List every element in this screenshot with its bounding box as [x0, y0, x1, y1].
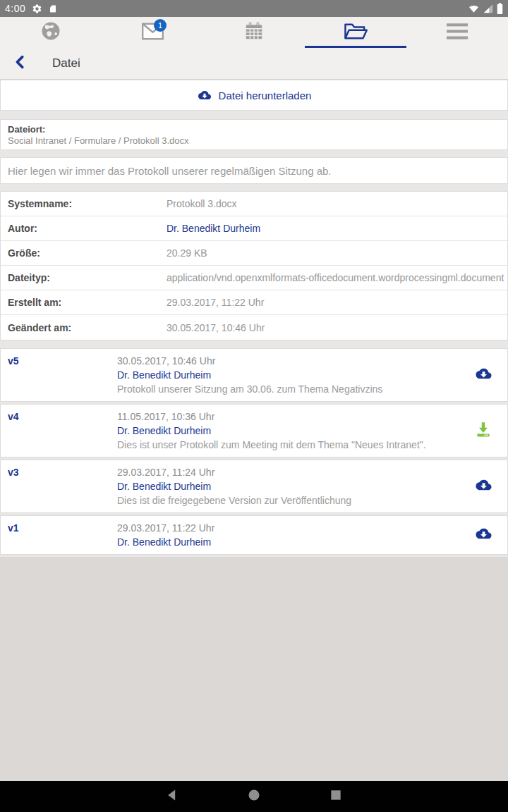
android-nav-bar — [0, 781, 508, 812]
tab-calendar[interactable] — [203, 17, 305, 48]
version-id: v3 — [1, 465, 117, 508]
version-row: v4 11.05.2017, 10:36 Uhr Dr. Benedikt Du… — [0, 404, 508, 457]
version-date: 30.05.2017, 10:46 Uhr — [117, 354, 459, 368]
battery-icon — [497, 3, 503, 15]
detail-label: Systemname: — [1, 198, 167, 209]
version-date: 29.03.2017, 11:24 Uhr — [117, 465, 459, 479]
table-row: Geändert am: 30.05.2017, 10:46 Uhr — [1, 315, 507, 340]
table-row: Erstellt am: 29.03.2017, 11:22 Uhr — [1, 290, 507, 315]
version-comment: Protokoll unserer Sitzung am 30.06. zum … — [117, 382, 459, 396]
version-row: v3 29.03.2017, 11:24 Uhr Dr. Benedikt Du… — [0, 460, 508, 513]
table-row: Autor: Dr. Benedikt Durheim — [1, 216, 507, 241]
file-location-card: Dateiort: Social Intranet / Formulare / … — [0, 119, 508, 150]
tab-menu[interactable] — [406, 17, 508, 48]
table-row: Dateityp: application/vnd.openxmlformats… — [1, 266, 507, 290]
version-author-link[interactable]: Dr. Benedikt Durheim — [117, 479, 459, 493]
cellular-signal-icon — [483, 4, 494, 14]
file-location-label: Dateiort: — [8, 123, 500, 135]
detail-label: Größe: — [1, 247, 167, 259]
android-status-bar: 4:00 — [0, 0, 508, 17]
cloud-download-icon — [197, 89, 212, 102]
nav-recents-button[interactable] — [322, 782, 350, 811]
status-time: 4:00 — [5, 3, 25, 14]
version-download-button[interactable] — [459, 354, 507, 396]
calendar-icon — [243, 20, 265, 44]
page-header: Datei — [0, 48, 508, 80]
file-description-card: Hier legen wir immer das Protokoll unser… — [0, 157, 508, 184]
detail-value: 29.03.2017, 11:22 Uhr — [167, 297, 507, 308]
detail-value: 20.29 KB — [167, 247, 507, 259]
version-id: v1 — [1, 521, 117, 549]
back-button[interactable] — [0, 48, 41, 79]
tab-mail[interactable]: 1 — [102, 17, 203, 48]
chevron-left-icon — [13, 54, 28, 73]
download-done-icon — [474, 420, 492, 441]
version-comment: Dies ist die freigegebene Version zur Ve… — [117, 493, 459, 508]
file-description: Hier legen wir immer das Protokoll unser… — [8, 165, 332, 177]
version-author-link[interactable]: Dr. Benedikt Durheim — [117, 424, 459, 438]
table-row: Größe: 20.29 KB — [1, 241, 507, 266]
version-author-link[interactable]: Dr. Benedikt Durheim — [117, 535, 459, 549]
mail-unread-badge: 1 — [154, 19, 167, 32]
version-comment: Dies ist unser Protokoll zum Meeting mit… — [117, 438, 459, 452]
globe-icon — [40, 20, 61, 44]
main-tab-bar: 1 — [0, 17, 508, 48]
gear-icon — [32, 4, 42, 14]
nav-back-button[interactable] — [158, 782, 186, 811]
app-screen: 4:00 — [0, 0, 508, 812]
sd-card-icon — [49, 4, 57, 14]
tab-files[interactable] — [305, 17, 406, 48]
nav-home-button[interactable] — [240, 782, 268, 811]
table-row: Systemname: Protokoll 3.docx — [1, 192, 507, 216]
file-details-table: Systemname: Protokoll 3.docx Autor: Dr. … — [0, 191, 508, 340]
version-date: 29.03.2017, 11:22 Uhr — [117, 521, 459, 535]
detail-value: Protokoll 3.docx — [167, 198, 507, 209]
detail-label: Autor: — [1, 223, 167, 234]
version-id: v4 — [1, 410, 117, 452]
version-date: 11.05.2017, 10:36 Uhr — [117, 410, 459, 424]
detail-label: Erstellt am: — [1, 297, 167, 308]
cloud-download-icon — [474, 526, 493, 544]
version-download-button[interactable] — [459, 465, 507, 508]
folder-open-icon — [344, 22, 368, 44]
detail-value: 30.05.2017, 10:46 Uhr — [167, 322, 507, 333]
cloud-download-icon — [474, 477, 493, 496]
page-title: Datei — [52, 56, 80, 70]
wifi-icon — [468, 4, 480, 14]
detail-value: Dr. Benedikt Durheim — [167, 223, 507, 234]
version-row: v5 30.05.2017, 10:46 Uhr Dr. Benedikt Du… — [0, 348, 508, 402]
version-row: v1 29.03.2017, 11:22 Uhr Dr. Benedikt Du… — [0, 515, 508, 555]
version-author-link[interactable]: Dr. Benedikt Durheim — [117, 368, 459, 382]
cloud-download-icon — [474, 366, 493, 384]
download-file-button[interactable]: Datei herunterladen — [0, 80, 508, 111]
nav-back-icon — [165, 788, 179, 805]
detail-label: Dateityp: — [1, 272, 167, 283]
version-id: v5 — [1, 354, 117, 396]
detail-value: application/vnd.openxmlformats-officedoc… — [167, 272, 507, 283]
menu-icon — [447, 23, 468, 42]
version-download-button[interactable] — [459, 521, 507, 549]
nav-recents-icon — [329, 788, 343, 805]
empty-background — [0, 557, 508, 781]
version-list: v5 30.05.2017, 10:46 Uhr Dr. Benedikt Du… — [0, 348, 508, 557]
nav-home-icon — [247, 788, 261, 805]
detail-label: Geändert am: — [1, 322, 167, 333]
version-download-button[interactable] — [459, 410, 507, 452]
download-file-label: Datei herunterladen — [219, 90, 312, 102]
tab-globe[interactable] — [0, 17, 102, 48]
breadcrumb: Social Intranet / Formulare / Protokoll … — [8, 135, 500, 147]
